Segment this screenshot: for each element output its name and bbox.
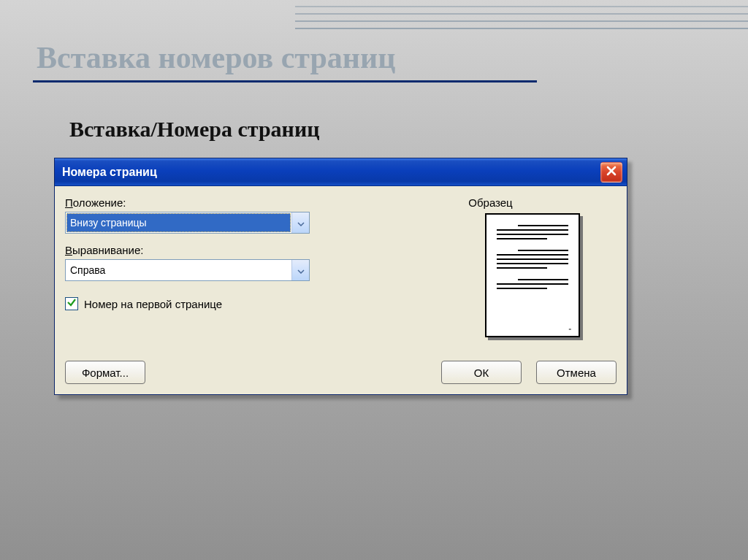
dialog-titlebar[interactable]: Номера страниц (55, 158, 627, 186)
close-icon (606, 165, 617, 180)
cancel-button[interactable]: Отмена (536, 361, 617, 384)
title-underline (33, 80, 537, 83)
dialog-button-row: Формат... ОК Отмена (65, 361, 617, 384)
alignment-value: Справа (66, 260, 291, 280)
slide-subtitle: Вставка/Номера страниц (69, 117, 319, 142)
ok-button[interactable]: ОК (441, 361, 522, 384)
first-page-checkbox-label: Номер на первой странице (84, 298, 222, 310)
dialog-title: Номера страниц (62, 166, 157, 179)
decorative-lines (295, 0, 748, 29)
alignment-dropdown-button[interactable] (291, 260, 309, 280)
first-page-checkbox[interactable] (65, 297, 78, 310)
checkmark-icon (66, 297, 77, 310)
alignment-label: Выравнивание: (65, 244, 365, 256)
position-label: Положение: (65, 196, 365, 209)
format-button[interactable]: Формат... (65, 361, 145, 384)
sample-label: Образец (365, 196, 617, 209)
close-button[interactable] (600, 162, 622, 183)
position-combobox[interactable]: Внизу страницы (65, 212, 310, 234)
chevron-down-icon (297, 216, 305, 229)
first-page-checkbox-row: Номер на первой странице (65, 297, 365, 310)
dialog-left-column: Положение: Внизу страницы Выравнивание: … (65, 193, 365, 386)
sample-page-preview: = (485, 213, 580, 337)
dialog-right-column: Образец = (365, 193, 617, 386)
page-numbers-dialog: Номера страниц Положение: Внизу страницы (54, 158, 627, 395)
position-dropdown-button[interactable] (291, 212, 309, 233)
alignment-combobox[interactable]: Справа (65, 259, 310, 281)
slide-title: Вставка номеров страниц (37, 40, 395, 75)
sample-page-number: = (568, 327, 571, 331)
chevron-down-icon (297, 264, 305, 277)
position-value: Внизу страницы (66, 213, 291, 232)
